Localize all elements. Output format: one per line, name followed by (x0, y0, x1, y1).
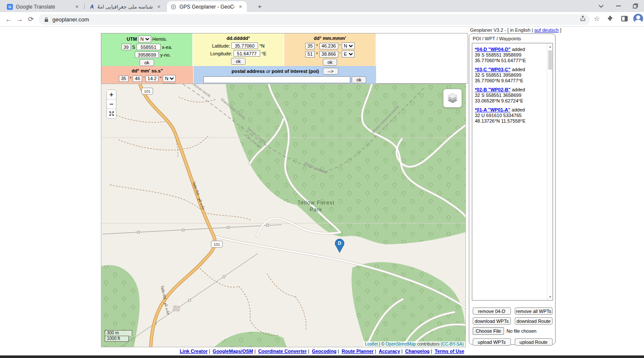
waypoint-link[interactable]: *02-B "WP02-B" (475, 87, 510, 92)
german-language-link[interactable]: auf deutsch (535, 27, 559, 33)
list-scrollbar[interactable]: ▲ ▼ (547, 43, 553, 300)
deg-sign: ° (130, 76, 131, 81)
choose-file-button[interactable]: Choose File (473, 327, 504, 335)
license-link[interactable]: (CC-BY-SA) (440, 342, 464, 346)
dm-ok-button[interactable]: ok (323, 59, 337, 66)
dms-lat-deg-input[interactable] (119, 75, 128, 82)
restore-window-button[interactable] (627, 0, 644, 12)
reload-button[interactable]: ⟳ (26, 14, 36, 24)
back-button[interactable]: ← (3, 14, 14, 24)
scroll-down-icon[interactable]: ▼ (547, 294, 553, 300)
utm-zone-input[interactable] (122, 44, 131, 50)
layers-control[interactable] (443, 89, 462, 108)
northing-label: y-no. (160, 52, 170, 57)
close-icon[interactable]: × (74, 3, 80, 10)
zoom-in-button[interactable]: + (107, 90, 116, 99)
coordinate-panels: UTM N Hemis. S x-ea. y-no. ok dd.ddddd° … (101, 33, 468, 84)
utm-title: UTM (127, 36, 137, 42)
minimize-button[interactable] (610, 0, 627, 12)
dms-lat-min-input[interactable] (133, 75, 142, 82)
bookmark-star-icon[interactable]: ☆ (592, 13, 602, 24)
road-shield-101-top: 101 (142, 88, 153, 94)
scroll-up-icon[interactable]: ▲ (547, 44, 553, 49)
zoom-out-button[interactable]: − (107, 99, 116, 109)
forward-button[interactable]: → (15, 14, 25, 24)
scrollbar-thumb[interactable] (548, 50, 552, 70)
waypoint-status: added (510, 87, 525, 92)
address-label-or: or (266, 69, 270, 74)
waypoint-list[interactable]: *04-D "WP04-D" added 39 S 558551 3958699… (472, 43, 553, 301)
remove-current-button[interactable]: remove 04-D (473, 307, 511, 315)
footer-link-geocoding[interactable]: Geocoding (312, 349, 336, 354)
upload-wpts-button[interactable]: upload WPTs (473, 338, 511, 346)
geoplaner-icon (170, 4, 176, 10)
tab-gps-geoplaner[interactable]: GPS Geoplaner - GeoConverter × (167, 1, 247, 12)
tab-title: Google Translate (16, 4, 71, 10)
lock-icon (44, 17, 49, 22)
utm-panel: UTM N Hemis. S x-ea. y-no. ok (101, 33, 193, 66)
remove-all-button[interactable]: remove all WPTs (515, 307, 553, 315)
tab-persian-site[interactable]: A شناسه ملی جغرافیایی املاک و مـ × (85, 1, 165, 12)
degrees-minutes-panel: dd° mm.mmm' ° ' N ° ' E ok (284, 33, 376, 66)
address-bar[interactable]: geoplaner.com (39, 14, 590, 25)
avatar[interactable] (633, 13, 643, 24)
footer-link-terms[interactable]: Terms of Use (435, 349, 465, 354)
footer-link-googlemaps-osm[interactable]: GoogleMaps/OSM (213, 349, 253, 354)
new-tab-button[interactable]: + (255, 2, 264, 12)
utm-ok-button[interactable]: ok (140, 59, 154, 66)
waypoint-link[interactable]: *03-C "WP03-C" (475, 67, 510, 72)
hemisphere-select[interactable]: N (138, 36, 151, 42)
address-ok-button[interactable]: ok (352, 76, 366, 83)
footer-link-link-creator[interactable]: Link Creator (180, 349, 208, 354)
footer-link-changelog[interactable]: Changelog (405, 349, 430, 354)
waypoint-entry: *04-D "WP04-D" added 39 S 558551 3958699… (472, 43, 553, 63)
osm-link[interactable]: OpenStreetMap (386, 342, 416, 346)
utm-easting-input[interactable] (137, 44, 161, 50)
close-icon[interactable]: × (156, 3, 162, 10)
dms-lat-hemisphere-select[interactable]: N (163, 75, 176, 82)
footer-link-coordinate-converter[interactable]: Coordinate Converter (258, 349, 307, 354)
dm-lat-deg-input[interactable] (305, 43, 315, 49)
waypoint-link[interactable]: *01-A "WP01-A" (475, 107, 510, 112)
longitude-input[interactable] (234, 50, 260, 57)
download-wpts-button[interactable]: download WPTs (473, 317, 511, 325)
waypoint-latlon-line: 35.77060°N 51.64777°E (475, 58, 550, 63)
extensions-icon[interactable] (605, 13, 616, 24)
download-route-button[interactable]: download Route (515, 317, 553, 325)
map-canvas[interactable]: Iwasan kwctk Shemiranat County Tehran Co… (101, 84, 466, 347)
tab-search-chevron-icon[interactable] (592, 0, 610, 12)
persian-site-icon: A (89, 4, 95, 10)
dms-title: dd° mm' ss.s" (101, 68, 193, 73)
utm-northing-input[interactable] (135, 51, 159, 58)
dm-lon-deg-input[interactable] (305, 51, 315, 57)
waypoint-link[interactable]: *04-D "WP04-D" (475, 47, 510, 52)
footer-link-route-planner[interactable]: Route Planner (342, 349, 374, 354)
dec-ok-button[interactable]: ok (231, 58, 246, 65)
fullscreen-button[interactable] (107, 109, 116, 118)
dm-lon-min-input[interactable] (319, 51, 338, 57)
waypoint-utm-line: 39 S 558551 3958699 (475, 52, 550, 58)
leaflet-link[interactable]: Leaflet (365, 342, 378, 346)
waypoint-latlon-line: 33.06528°N 9.62724°E (475, 98, 550, 104)
dms-lat-sec-input[interactable] (146, 75, 158, 82)
easting-label: x-ea. (162, 45, 172, 50)
waypoint-latlon-line: 35.77060°N 9.64777°E (475, 78, 550, 84)
latitude-input[interactable] (231, 42, 258, 49)
dm-lon-hemisphere-select[interactable]: E (342, 51, 355, 57)
tab-google-translate[interactable]: G Google Translate × (3, 1, 83, 12)
dm-lat-hemisphere-select[interactable]: N (342, 42, 355, 49)
footer-sep: | (209, 349, 210, 354)
waypoint-utm-line: 32 S 558551 3658699 (475, 93, 550, 98)
side-panel-icon[interactable] (619, 13, 629, 24)
close-icon[interactable]: × (237, 3, 243, 10)
address-input[interactable] (204, 76, 350, 83)
upload-route-button[interactable]: upload Route (515, 338, 553, 346)
share-icon[interactable] (578, 13, 588, 24)
url-text: geoplaner.com (52, 16, 89, 23)
address-search-panel: postal address or point of interest (poi… (194, 66, 377, 84)
address-arrow-button[interactable]: --> (323, 68, 338, 75)
footer-link-accuracy[interactable]: Accuracy (379, 349, 400, 354)
deg-sign: ° (316, 43, 318, 48)
scale-bar: 300 m 1000 ft (105, 330, 132, 342)
dm-lat-min-input[interactable] (319, 43, 338, 49)
